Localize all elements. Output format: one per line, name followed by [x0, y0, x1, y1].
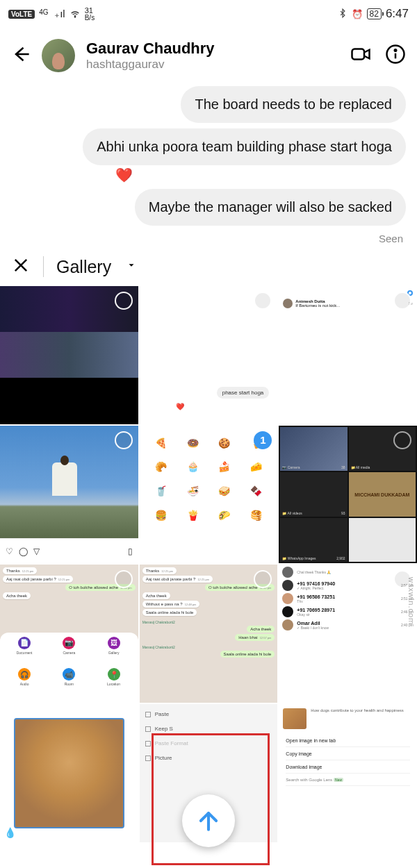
- svg-point-0: [74, 16, 75, 17]
- status-bar: VoLTE 4G ₊ıl 31 B/s ⏰ 82 6:47: [0, 0, 417, 28]
- message-bubble[interactable]: Maybe the manager will also be sacked: [135, 189, 406, 226]
- gallery-thumbnail[interactable]: 📷 Camera38 📁 All media 📁 All videos93 MI…: [279, 426, 417, 564]
- chat-messages: The board needs to be replaced Abhi unka…: [0, 83, 417, 246]
- wifi-icon: [70, 8, 81, 21]
- seen-indicator: Seen: [379, 233, 403, 244]
- selection-circle[interactable]: [115, 292, 133, 310]
- signal-bars-icon: ₊ıl: [54, 8, 65, 20]
- close-button[interactable]: [11, 256, 31, 278]
- contact-info[interactable]: Gaurav Chaudhry hashtaggaurav: [86, 40, 339, 72]
- contact-avatar[interactable]: [42, 39, 75, 72]
- selection-circle[interactable]: [393, 431, 411, 449]
- selection-circle[interactable]: [115, 570, 133, 588]
- gallery-source-dropdown[interactable]: Gallery: [56, 257, 111, 277]
- network-speed: 31 B/s: [85, 7, 95, 22]
- message-bubble[interactable]: Abhi unka poora team building phase star…: [83, 128, 406, 165]
- message-reaction[interactable]: ❤️: [115, 167, 133, 183]
- article-image: [283, 708, 306, 729]
- gallery-thumbnail-selected[interactable]: 🍕🍩🍪🍦 🥐🧁🍰🧀 🥤🍜🥪🍫 🍔🍟🌮🥞 1: [140, 426, 278, 564]
- gallery-thumbnail[interactable]: How dogs contribute to your health and h…: [279, 704, 417, 842]
- gallery-thumbnail[interactable]: ♡ ◯ ▽ ▯: [0, 426, 138, 564]
- chat-header: Gaurav Chaudhry hashtaggaurav: [0, 28, 417, 83]
- bookmark-icon: ▯: [128, 546, 133, 556]
- gallery-thumbnail[interactable]: 💧: [0, 704, 138, 842]
- selection-badge[interactable]: 1: [254, 431, 272, 449]
- info-button[interactable]: [385, 44, 406, 67]
- video-call-button[interactable]: [350, 44, 371, 67]
- back-button[interactable]: [11, 44, 31, 67]
- chevron-down-icon[interactable]: [124, 260, 136, 273]
- alarm-icon: ⏰: [352, 9, 363, 19]
- gallery-thumbnail[interactable]: [0, 286, 138, 424]
- gallery-thumbnail[interactable]: Chal theek Thanks 🙏 +91 97416 97940✓ Alr…: [279, 565, 417, 703]
- gallery-thumbnail[interactable]: Thanks12:25 pm Aaj raat obdi janate parb…: [0, 565, 138, 703]
- volte-badge: VoLTE: [8, 10, 35, 19]
- selection-circle[interactable]: [115, 431, 133, 449]
- status-right: ⏰ 82 6:47: [338, 7, 409, 21]
- bluetooth-icon: [338, 8, 348, 21]
- divider: [43, 256, 44, 277]
- gallery-thumbnail[interactable]: phase start hoga ❤️: [140, 286, 278, 424]
- battery-indicator: 82: [367, 8, 382, 19]
- header-actions: [350, 44, 406, 67]
- share-icon: ▽: [33, 546, 40, 556]
- svg-rect-1: [352, 49, 365, 60]
- teardrop-icon: 💧: [4, 827, 16, 838]
- contact-name: Gaurav Chaudhry: [86, 40, 339, 58]
- gallery-picker-header: Gallery: [0, 246, 417, 286]
- svg-point-3: [395, 49, 397, 51]
- like-icon: ♡: [6, 546, 13, 556]
- signal-4g-icon: 4G: [39, 8, 50, 19]
- status-left: VoLTE 4G ₊ıl 31 B/s: [8, 7, 95, 22]
- contact-handle: hashtaggaurav: [86, 58, 339, 72]
- arrow-up-icon: [195, 808, 222, 834]
- selection-circle[interactable]: [393, 292, 411, 310]
- selection-circle[interactable]: [254, 292, 272, 310]
- gallery-thumbnail[interactable]: Thanks12:25 pm Aaj raat obdi janate parb…: [140, 565, 278, 703]
- watermark: wsxwin.com: [407, 577, 416, 625]
- gallery-thumbnail[interactable]: Animesh DuttaIf Bartomeu is not kick... …: [279, 286, 417, 424]
- message-bubble[interactable]: The board needs to be replaced: [181, 86, 406, 123]
- clock-time: 6:47: [386, 7, 409, 21]
- comment-icon: ◯: [19, 546, 28, 556]
- send-button[interactable]: [182, 794, 235, 847]
